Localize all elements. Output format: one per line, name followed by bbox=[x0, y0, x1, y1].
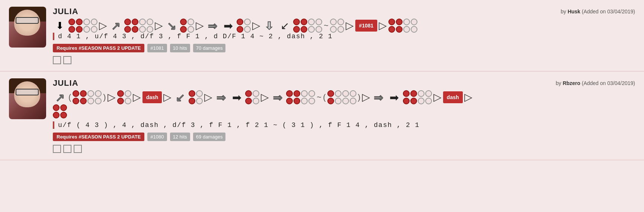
circle-group-2-5 bbox=[286, 90, 315, 104]
upright-arrow-2: ↗ bbox=[53, 90, 67, 104]
tri-right-2-3: ▷ bbox=[163, 92, 172, 102]
tri-right-2-1: ▷ bbox=[108, 92, 116, 102]
action-icon-1a[interactable] bbox=[53, 56, 61, 64]
combo-card-1: JULIA by Husk (Added on 03/04/2019) ⬇ ▷ … bbox=[0, 0, 644, 72]
action-icon-1b[interactable] bbox=[63, 56, 71, 64]
down-outline-arrow-1: ⬇ bbox=[262, 19, 276, 33]
circle-group-2-1 bbox=[73, 90, 102, 104]
card2-content: JULIA by Rbzero (Added on 03/04/2019) ↗ … bbox=[53, 78, 635, 153]
paren-close-1: ) bbox=[103, 92, 106, 102]
card1-date: 03/04/2019 bbox=[607, 9, 633, 14]
tri-right-2-7: ▷ bbox=[433, 92, 442, 102]
tri-right-2-5: ▷ bbox=[261, 92, 269, 102]
action-icon-2b[interactable] bbox=[63, 145, 71, 153]
solid-arrow-right-1: ➡ bbox=[221, 19, 235, 33]
card2-character: JULIA bbox=[53, 78, 79, 88]
down-outline-arrow-2: ↙ bbox=[173, 90, 187, 104]
tilde-2: ~ bbox=[317, 92, 321, 102]
circle-group-2-3 bbox=[189, 90, 203, 104]
card1-character: JULIA bbox=[53, 7, 79, 16]
double-arrow-right-outline-1: ⇒ bbox=[205, 19, 220, 33]
circle-group-7 bbox=[388, 19, 417, 33]
tri-right-1: ▷ bbox=[99, 20, 107, 31]
card1-meta: by Husk (Added on 03/04/2019) bbox=[561, 9, 635, 14]
card2-meta: by Rbzero (Added on 03/04/2019) bbox=[556, 80, 635, 86]
card1-notation: d 4 1 , u/f 4 3 , d/f 3 , f F 1 , d D/F … bbox=[53, 33, 635, 40]
card1-actions bbox=[53, 56, 635, 64]
hits-tag-1: 10 hits bbox=[170, 44, 190, 52]
combo-id-tag-2: #1080 bbox=[147, 133, 167, 141]
card1-content: JULIA by Husk (Added on 03/04/2019) ⬇ ▷ … bbox=[53, 7, 635, 64]
circle-group-6 bbox=[330, 19, 344, 33]
card1-sequence: ⬇ ▷ ↗ ▷ ↘ ▷ ⇒ ➡ bbox=[53, 19, 635, 33]
season-tag-2: Requires #SEASON PASS 2 UPDATE bbox=[53, 133, 144, 141]
damages-tag-2: 69 damages bbox=[193, 133, 226, 141]
circle-group-3 bbox=[180, 19, 194, 33]
season-tag-1: Requires #SEASON PASS 2 UPDATE bbox=[53, 44, 144, 52]
card1-author: Husk bbox=[568, 9, 580, 14]
avatar-2 bbox=[9, 78, 46, 119]
card1-header: JULIA by Husk (Added on 03/04/2019) bbox=[53, 7, 635, 16]
circle-group-2-4 bbox=[245, 90, 259, 104]
card2-header: JULIA by Rbzero (Added on 03/04/2019) bbox=[53, 78, 635, 88]
tri-right-2-6: ▷ bbox=[362, 92, 370, 102]
card1-tags: Requires #SEASON PASS 2 UPDATE #1081 10 … bbox=[53, 44, 635, 52]
card2-sequence-line2 bbox=[53, 104, 635, 118]
tri-right-3: ▷ bbox=[196, 20, 204, 31]
upright-arrow-icon: ↗ bbox=[109, 19, 123, 33]
circle-group-2-7 bbox=[403, 90, 432, 104]
avatar-1 bbox=[9, 7, 46, 48]
solid-arrow-2-2: ➡ bbox=[387, 90, 401, 104]
diag-arrow-1: ↙ bbox=[278, 19, 292, 33]
double-outline-2-2: ⇒ bbox=[270, 90, 285, 104]
combo-id-tag-1: #1081 bbox=[147, 44, 167, 52]
down-arrow-icon: ⬇ bbox=[53, 19, 67, 33]
card2-notation: u/f ( 4 3 ) , 4 , dash , d/f 3 , f F 1 ,… bbox=[53, 121, 635, 129]
circle-group-2-8 bbox=[53, 104, 67, 118]
tri-right-4: ▷ bbox=[252, 20, 260, 31]
card2-date: 03/04/2019 bbox=[607, 80, 633, 86]
double-outline-2-1: ⇒ bbox=[214, 90, 228, 104]
tri-right-2-4: ▷ bbox=[204, 92, 212, 102]
circle-group-1 bbox=[68, 19, 97, 33]
tri-right-2-8: ▷ bbox=[464, 92, 472, 102]
dash-button-2a[interactable]: dash bbox=[142, 91, 162, 103]
paren-close-2: ) bbox=[358, 92, 361, 102]
tri-right-2: ▷ bbox=[155, 20, 163, 31]
tilde-1: ~ bbox=[324, 21, 329, 30]
circle-group-2-2 bbox=[117, 90, 131, 104]
circle-group-2 bbox=[124, 19, 153, 33]
paren-open-2: ( bbox=[323, 92, 326, 102]
circle-group-5 bbox=[293, 19, 322, 33]
hits-tag-2: 12 hits bbox=[170, 133, 190, 141]
tri-right-5: ▷ bbox=[346, 20, 354, 31]
dash-button-2b[interactable]: dash bbox=[443, 91, 463, 103]
tri-right-2-2: ▷ bbox=[133, 92, 141, 102]
circle-group-2-6 bbox=[327, 90, 356, 104]
action-icon-2c[interactable] bbox=[74, 145, 82, 153]
solid-arrow-2-1: ➡ bbox=[230, 90, 244, 104]
card2-author: Rbzero bbox=[563, 80, 580, 86]
card2-actions bbox=[53, 145, 635, 153]
double-outline-2-3: ⇒ bbox=[372, 90, 386, 104]
paren-open-1: ( bbox=[68, 92, 71, 102]
action-icon-2a[interactable] bbox=[53, 145, 61, 153]
downright-arrow-icon: ↘ bbox=[164, 19, 179, 33]
damages-tag-1: 70 damages bbox=[193, 44, 226, 52]
dash-button-1[interactable]: #1081 bbox=[355, 20, 377, 32]
combo-card-2: JULIA by Rbzero (Added on 03/04/2019) ↗ … bbox=[0, 72, 644, 160]
circle-group-4 bbox=[237, 19, 251, 33]
tri-right-6: ▷ bbox=[379, 20, 387, 31]
card2-sequence-line1: ↗ ( ) ▷ ▷ dash ▷ ↙ ▷ ⇒ bbox=[53, 90, 635, 104]
card2-tags: Requires #SEASON PASS 2 UPDATE #1080 12 … bbox=[53, 133, 635, 141]
